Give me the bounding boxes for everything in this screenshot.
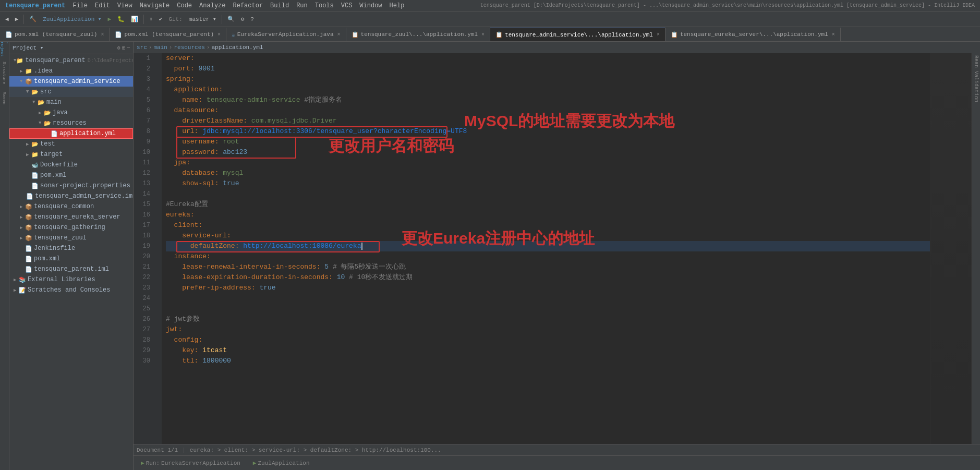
tree-item-resources[interactable]: ▼ 📂 resources [9, 118, 133, 128]
folder-icon-resources: 📂 [44, 120, 51, 127]
tab-close-zuul-yml[interactable]: × [481, 32, 485, 38]
run-button[interactable]: ▶ [106, 15, 114, 23]
vcs-update[interactable]: ⬆ [147, 15, 155, 23]
tree-item-test[interactable]: ▶ 📂 test [9, 139, 133, 149]
tab-pom-zuul[interactable]: 📄 pom.xml (tensquare_zuul) × [0, 28, 110, 41]
menu-edit[interactable]: Edit [92, 1, 113, 10]
structure-icon[interactable]: Structure [1, 69, 9, 77]
tab-close-eureka-yml[interactable]: × [832, 32, 835, 38]
breadcrumb-src[interactable]: src [137, 44, 147, 51]
menu-analyze[interactable]: Analyze [196, 1, 228, 10]
tab-close-pom-parent[interactable]: × [217, 32, 221, 38]
tree-item-scratches[interactable]: ▶ 📝 Scratches and Consoles [9, 285, 133, 295]
menu-code[interactable]: Code [174, 1, 195, 10]
menu-view[interactable]: View [114, 1, 136, 10]
tree-item-dockerfile[interactable]: 🐋 Dockerfile [9, 160, 133, 170]
bottom-tab-zuul[interactable]: ▶ ZuulApplication [249, 459, 314, 467]
expand-arrow-scratches: ▶ [14, 287, 19, 293]
module-icon-common: 📦 [25, 203, 32, 210]
tree-item-main[interactable]: ▼ 📂 main [9, 97, 133, 107]
code-editor[interactable]: server: port: 9001 spring: application: … [162, 53, 930, 444]
vcs-commit[interactable]: ✔ [157, 15, 165, 23]
code-line-28: config: [166, 335, 930, 345]
tab-zuul-yml[interactable]: 📋 tensquare_zuul\...\application.yml × [346, 28, 490, 41]
tab-pom-parent[interactable]: 📄 pom.xml (tensquare_parent) × [110, 28, 226, 41]
menu-refactor[interactable]: Refactor [230, 1, 267, 10]
menu-run[interactable]: Run [293, 1, 311, 10]
menu-window[interactable]: Window [356, 1, 385, 10]
editor-wrapper[interactable]: 1 2 3 4 5 6 7 8 9 10 11 12 13 14 15 16 1… [134, 53, 980, 444]
settings-button[interactable]: ⚙ [239, 15, 247, 23]
menu-help[interactable]: Help [386, 1, 408, 10]
run-config-dropdown[interactable]: ZuulApplication ▾ [41, 15, 103, 23]
hide-icon[interactable]: — [127, 45, 130, 51]
tree-item-idea[interactable]: ▶ 📁 .idea [9, 66, 133, 76]
folder-icon: 📁 [25, 68, 32, 75]
code-line-15: #Eureka配置 [166, 199, 930, 210]
code-line-1: server: [166, 53, 930, 64]
tree-item-gathering[interactable]: ▶ 📦 tensquare_gathering [9, 222, 133, 233]
tab-admin-yml[interactable]: 📋 tensquare_admin_service\...\applicatio… [490, 28, 666, 41]
module-icon-zuul: 📦 [25, 235, 32, 242]
tab-close-eureka-app[interactable]: × [337, 32, 341, 38]
tab-label-eureka-yml: tensquare_eureka_server\...\application.… [680, 31, 828, 38]
tree-item-jenkinsfile[interactable]: 📄 Jenkinsfile [9, 243, 133, 254]
toolbar: ◀ ▶ 🔨 ZuulApplication ▾ ▶ 🐛 📊 ⬆ ✔ Git: m… [0, 11, 980, 27]
minimap [930, 53, 972, 444]
run-icon: ▶ [141, 460, 144, 466]
menu-tools[interactable]: Tools [312, 1, 337, 10]
menu-navigate[interactable]: Navigate [137, 1, 173, 10]
tree-item-sonar[interactable]: 📄 sonar-project.properties [9, 180, 133, 191]
tree-item-common[interactable]: ▶ 📦 tensquare_common [9, 201, 133, 212]
tree-item-pom-root[interactable]: 📄 pom.xml [9, 254, 133, 264]
maven-icon[interactable]: Maven [1, 94, 9, 102]
breadcrumb-file[interactable]: application.yml [211, 44, 263, 51]
breadcrumb-main[interactable]: main [153, 44, 167, 51]
forward-button[interactable]: ▶ [13, 15, 21, 23]
title-bar-right: tensquare_parent [D:\IdeaProjects\tensqu… [477, 2, 978, 9]
tree-item-pom-admin[interactable]: 📄 pom.xml [9, 170, 133, 180]
breadcrumb-resources[interactable]: resources [174, 44, 204, 51]
project-icon[interactable]: 1: Project [1, 44, 9, 52]
tree-item-admin-service[interactable]: ▼ 📦 tensquare_admin_service [9, 76, 133, 87]
ext-libs-icon: 📚 [19, 276, 26, 283]
tree-item-iml-parent[interactable]: 📄 tensquare_parent.iml [9, 264, 133, 274]
tree-item-external-libs[interactable]: ▶ 📚 External Libraries [9, 274, 133, 285]
tree-item-iml-admin[interactable]: 📄 tensquare_admin_service.iml [9, 191, 133, 201]
tab-eureka-yml[interactable]: 📋 tensquare_eureka_server\...\applicatio… [666, 28, 841, 41]
tree-item-java[interactable]: ▶ 📂 java [9, 107, 133, 118]
tab-close-admin-yml[interactable]: × [657, 32, 660, 38]
menu-app-name[interactable]: tensquare_parent [2, 1, 68, 10]
run-with-coverage[interactable]: 📊 [129, 15, 140, 23]
expand-arrow-idea: ▶ [20, 68, 25, 74]
tab-icon-eureka-app: ☕ [232, 31, 235, 38]
back-button[interactable]: ◀ [3, 15, 11, 23]
build-button[interactable]: 🔨 [27, 15, 39, 23]
git-branch[interactable]: master ▾ [187, 15, 219, 23]
tree-item-application-yml[interactable]: 📄 application.yml [9, 128, 133, 139]
expand-icon[interactable]: ⊞ [122, 45, 125, 51]
toolbar-separator-2 [143, 15, 144, 24]
tree-item-eureka[interactable]: ▶ 📦 tensquare_eureka_server [9, 212, 133, 222]
gear-icon[interactable]: ⚙ [117, 45, 120, 51]
tree-item-src[interactable]: ▼ 📂 src [9, 87, 133, 97]
tree-item-zuul[interactable]: ▶ 📦 tensquare_zuul [9, 233, 133, 243]
menu-build[interactable]: Build [267, 1, 292, 10]
menu-file[interactable]: File [69, 1, 91, 10]
tree-item-target[interactable]: ▶ 📁 target [9, 149, 133, 160]
code-line-22: lease-expiration-duration-in-seconds: 10… [166, 272, 930, 283]
tree-item-root[interactable]: ▼ 📁 tensquare_parent D:\IdeaProjects\ten [9, 55, 133, 66]
tab-close-pom-zuul[interactable]: × [101, 32, 104, 38]
search-everywhere[interactable]: 🔍 [225, 15, 237, 23]
debug-button[interactable]: 🐛 [115, 15, 127, 23]
code-line-2: port: 9001 [166, 64, 930, 74]
tab-label-eureka-app: EurekaServerApplication.java [237, 31, 334, 38]
tab-eureka-app[interactable]: ☕ EurekaServerApplication.java × [226, 28, 346, 41]
bottom-tab-run[interactable]: ▶ Run: EurekaServerApplication [137, 459, 245, 467]
tab-icon-pom-parent: 📄 [115, 31, 122, 38]
menu-vcs[interactable]: VCS [338, 1, 356, 10]
tab-icon-eureka-yml: 📋 [671, 31, 678, 38]
folder-icon-target: 📁 [31, 151, 39, 158]
help-button[interactable]: ? [248, 15, 256, 23]
tab-label-zuul-yml: tensquare_zuul\...\application.yml [361, 31, 478, 38]
